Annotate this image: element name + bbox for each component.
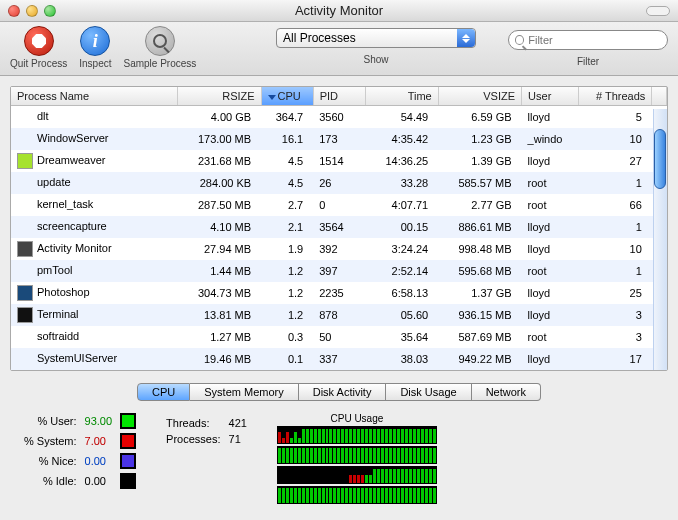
tab-network[interactable]: Network [472, 383, 541, 401]
sample-process-label: Sample Process [124, 58, 197, 69]
user-pct-value: 93.00 [85, 415, 113, 427]
table-row[interactable]: update284.00 KB4.52633.28585.57 MBroot1 [11, 172, 667, 194]
system-color-swatch [120, 433, 136, 449]
process-icon [17, 175, 33, 191]
system-pct-label: % System: [24, 435, 77, 447]
col-threads[interactable]: # Threads [579, 87, 652, 106]
sample-process-button[interactable]: Sample Process [124, 26, 197, 69]
col-user[interactable]: User [522, 87, 579, 106]
cpu-core-graph-2 [277, 466, 437, 484]
vertical-scrollbar[interactable] [653, 109, 667, 370]
cpu-core-graph-3 [277, 486, 437, 504]
toolbar-toggle-pill[interactable] [646, 6, 670, 16]
stop-icon [24, 26, 54, 56]
process-icon [17, 329, 33, 345]
scrollbar-header [652, 87, 667, 106]
process-icon [17, 131, 33, 147]
process-icon [17, 197, 33, 213]
cpu-core-graph-1 [277, 446, 437, 464]
process-icon [17, 285, 33, 301]
quit-process-label: Quit Process [10, 58, 67, 69]
sort-desc-icon [268, 95, 276, 100]
svg-marker-0 [32, 34, 46, 48]
user-color-swatch [120, 413, 136, 429]
bottom-tabs: CPUSystem MemoryDisk ActivityDisk UsageN… [0, 383, 678, 401]
table-row[interactable]: Terminal13.81 MB1.287805.60936.15 MBlloy… [11, 304, 667, 326]
search-field[interactable] [508, 30, 668, 50]
table-row[interactable]: WindowServer173.00 MB16.11734:35.421.23 … [11, 128, 667, 150]
process-icon [17, 153, 33, 169]
process-filter-select[interactable]: All Processes [276, 28, 476, 48]
zoom-icon[interactable] [44, 5, 56, 17]
scrollbar-thumb[interactable] [654, 129, 666, 189]
table-row[interactable]: dlt4.00 GB364.7356054.496.59 GBlloyd5 [11, 106, 667, 129]
tab-disk-activity[interactable]: Disk Activity [299, 383, 387, 401]
show-section-label: Show [363, 54, 388, 65]
window-titlebar: Activity Monitor [0, 0, 678, 22]
col-cpu[interactable]: CPU [261, 87, 313, 106]
window-title: Activity Monitor [0, 3, 678, 18]
search-input[interactable] [528, 34, 661, 46]
threads-value: 421 [229, 417, 247, 429]
toolbar: Quit Process i Inspect Sample Process Al… [0, 22, 678, 76]
idle-color-swatch [120, 473, 136, 489]
table-row[interactable]: pmTool1.44 MB1.23972:52.14595.68 MBroot1 [11, 260, 667, 282]
table-row[interactable]: SystemUIServer19.46 MB0.133738.03949.22 … [11, 348, 667, 370]
user-pct-label: % User: [24, 415, 77, 427]
table-row[interactable]: softraidd1.27 MB0.35035.64587.69 MBroot3 [11, 326, 667, 348]
table-header-row: Process Name RSIZE CPU PID Time VSIZE Us… [11, 87, 667, 106]
process-icon [17, 109, 33, 125]
process-icon [17, 307, 33, 323]
process-icon [17, 351, 33, 367]
tab-disk-usage[interactable]: Disk Usage [386, 383, 471, 401]
system-pct-value: 7.00 [85, 435, 113, 447]
process-icon [17, 219, 33, 235]
process-icon [17, 241, 33, 257]
tab-system-memory[interactable]: System Memory [190, 383, 298, 401]
idle-pct-label: % Idle: [24, 475, 77, 487]
nice-pct-label: % Nice: [24, 455, 77, 467]
traffic-lights [8, 5, 56, 17]
col-rsize[interactable]: RSIZE [178, 87, 261, 106]
inspect-label: Inspect [79, 58, 111, 69]
cpu-core-graph-0 [277, 426, 437, 444]
process-filter-value: All Processes [283, 31, 356, 45]
process-table: Process Name RSIZE CPU PID Time VSIZE Us… [10, 86, 668, 371]
idle-pct-value: 0.00 [85, 475, 113, 487]
col-pid[interactable]: PID [313, 87, 365, 106]
tab-cpu[interactable]: CPU [137, 383, 190, 401]
threads-label: Threads: [166, 417, 220, 429]
table-row[interactable]: kernel_task287.50 MB2.704:07.712.77 GBro… [11, 194, 667, 216]
close-icon[interactable] [8, 5, 20, 17]
sample-icon [145, 26, 175, 56]
col-process-name[interactable]: Process Name [11, 87, 178, 106]
processes-value: 71 [229, 433, 247, 445]
table-row[interactable]: screencapture4.10 MB2.1356400.15886.61 M… [11, 216, 667, 238]
col-vsize[interactable]: VSIZE [438, 87, 521, 106]
process-icon [17, 263, 33, 279]
table-row[interactable]: Activity Monitor27.94 MB1.93923:24.24998… [11, 238, 667, 260]
col-time[interactable]: Time [365, 87, 438, 106]
cpu-usage-label: CPU Usage [277, 413, 437, 424]
nice-pct-value: 0.00 [85, 455, 113, 467]
nice-color-swatch [120, 453, 136, 469]
minimize-icon[interactable] [26, 5, 38, 17]
filter-section-label: Filter [577, 56, 599, 67]
info-icon: i [80, 26, 110, 56]
search-icon [515, 35, 524, 45]
quit-process-button[interactable]: Quit Process [10, 26, 67, 69]
select-arrows-icon [457, 29, 475, 47]
table-row[interactable]: Photoshop304.73 MB1.222356:58.131.37 GBl… [11, 282, 667, 304]
processes-label: Processes: [166, 433, 220, 445]
inspect-button[interactable]: i Inspect [79, 26, 111, 69]
table-row[interactable]: Dreamweaver231.68 MB4.5151414:36.251.39 … [11, 150, 667, 172]
cpu-stats-pane: % User: 93.00 % System: 7.00 % Nice: 0.0… [0, 409, 678, 514]
